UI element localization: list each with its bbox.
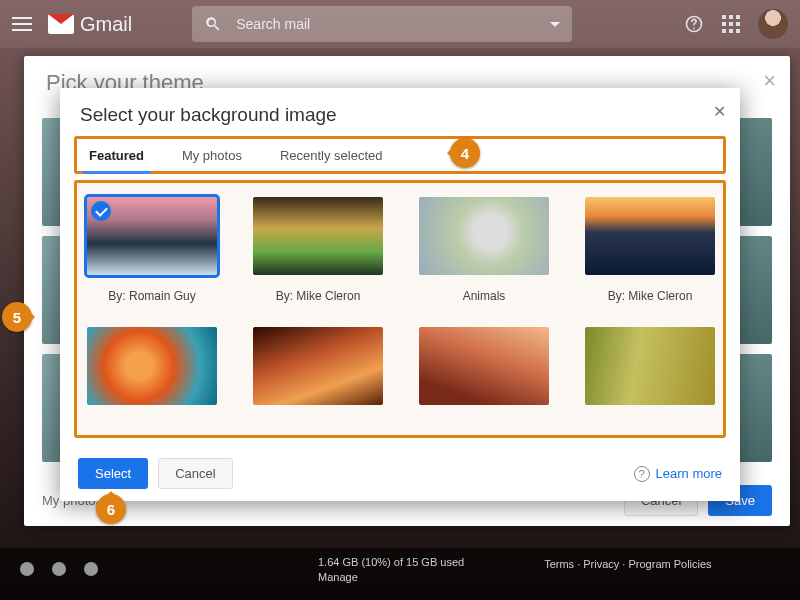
product-name: Gmail [80,13,132,36]
callout-badge-4: 4 [450,138,480,168]
gallery-thumb[interactable] [87,197,217,275]
search-options-caret-icon[interactable] [550,22,560,32]
main-menu-icon[interactable] [12,17,32,31]
modal-title: Select your background image [60,88,740,136]
hangouts-icons [20,562,98,576]
svg-point-1 [693,27,695,29]
learn-more-link[interactable]: ? Learn more [634,466,722,482]
gallery-thumb[interactable] [87,327,217,405]
help-icon: ? [634,466,650,482]
storage-text: 1.64 GB (10%) of 15 GB used [318,556,464,568]
gallery-caption: By: Mike Cleron [608,289,693,303]
chat-icon[interactable] [52,562,66,576]
gallery-thumb[interactable] [585,197,715,275]
phone-icon[interactable] [84,562,98,576]
gallery-caption: By: Romain Guy [108,289,195,303]
gallery-caption: Animals [463,289,506,303]
gallery-thumb[interactable] [419,327,549,405]
topbar-right [684,9,788,39]
gmail-topbar: Gmail [0,0,800,48]
modal-close-icon[interactable]: ✕ [713,102,726,121]
person-icon[interactable] [20,562,34,576]
gallery-card [253,327,383,405]
tab-my-photos[interactable]: My photos [176,140,248,171]
callout-badge-6: 6 [96,494,126,524]
selected-check-icon [91,201,111,221]
gmail-footer-strip: 1.64 GB (10%) of 15 GB used Manage Terms… [0,548,800,600]
gallery-thumb[interactable] [419,197,549,275]
learn-more-label: Learn more [656,466,722,481]
search-input[interactable] [236,16,550,32]
search-mail-box[interactable] [192,6,572,42]
gallery-thumb[interactable] [585,327,715,405]
gallery-card: By: Romain Guy [87,197,217,303]
account-avatar[interactable] [758,9,788,39]
tab-recently-selected[interactable]: Recently selected [274,140,389,171]
callout-badge-5: 5 [2,302,32,332]
gallery-card: Animals [419,197,549,303]
gallery-thumb[interactable] [253,197,383,275]
image-gallery: By: Romain Guy By: Mike Cleron Animals B… [74,180,726,438]
gallery-card [585,327,715,405]
google-apps-icon[interactable] [722,15,740,33]
modal-footer: Select Cancel ? Learn more [78,458,722,489]
search-icon [204,15,222,33]
gallery-thumb[interactable] [253,327,383,405]
cancel-button[interactable]: Cancel [158,458,232,489]
support-icon[interactable] [684,14,704,34]
gallery-caption: By: Mike Cleron [276,289,361,303]
tab-featured[interactable]: Featured [83,140,150,174]
policy-links[interactable]: Terms · Privacy · Program Policies [544,558,711,570]
gallery-card [87,327,217,405]
gallery-card: By: Mike Cleron [253,197,383,303]
modal-tabs: Featured My photos Recently selected [74,136,726,174]
manage-storage-link[interactable]: Manage [318,571,464,583]
background-image-modal: Select your background image ✕ Featured … [60,88,740,501]
pick-theme-close-icon[interactable]: × [763,68,776,94]
gmail-m-icon [48,14,74,34]
gallery-card [419,327,549,405]
gmail-logo[interactable]: Gmail [48,13,132,36]
gallery-card: By: Mike Cleron [585,197,715,303]
